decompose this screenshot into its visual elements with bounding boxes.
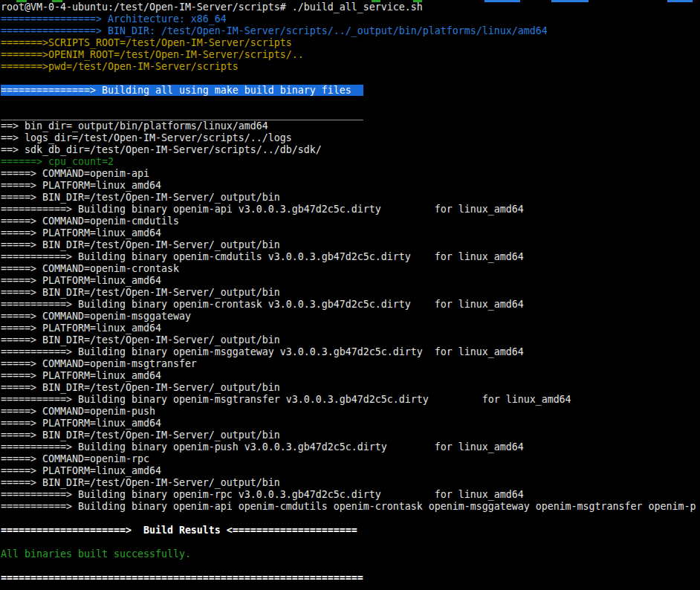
- terminal-line: =====> PLATFORM=linux_amd64: [1, 418, 700, 429]
- terminal-line: ================> Architecture: x86_64: [1, 13, 700, 25]
- terminal-line-text: ================> BIN_DIR: /test/Open-IM…: [1, 25, 548, 36]
- terminal-line: =======>pwd=/test/Open-IM-Server/scripts: [1, 61, 700, 73]
- terminal-line: ===========> Building binary openim-msgt…: [1, 394, 700, 406]
- terminal-line: ===========> Building binary openim-cron…: [1, 299, 700, 311]
- terminal-line: =====> PLATFORM=linux_amd64: [1, 465, 700, 477]
- terminal-line-text: =====> PLATFORM=linux_amd64: [1, 370, 161, 381]
- terminal-line: ===========> Building binary openim-api …: [1, 501, 700, 513]
- terminal-line: ==> bin_dir=_output/bin/platforms/linux/…: [1, 120, 700, 132]
- terminal-line: ===========> Building binary openim-api …: [1, 204, 700, 215]
- terminal-line-text: ================> Architecture: x86_64: [1, 13, 227, 25]
- terminal-line-text: All binaries built successfully.: [1, 548, 191, 560]
- terminal-line-text: =====> PLATFORM=linux_amd64: [1, 180, 161, 191]
- terminal-line-text: =====> PLATFORM=linux_amd64: [1, 465, 161, 476]
- terminal-line-text: =======>pwd=/test/Open-IM-Server/scripts: [1, 61, 239, 72]
- terminal-line-text: ==> bin_dir=_output/bin/platforms/linux/…: [1, 120, 268, 132]
- terminal-line-text: ===========> Building binary openim-rpc …: [1, 489, 524, 500]
- terminal-line-text: ===========> Building binary openim-push…: [1, 441, 524, 453]
- terminal-line: =====> COMMAND=openim-msgtransfer: [1, 358, 700, 370]
- terminal-line: =====> PLATFORM=linux_amd64: [1, 180, 700, 192]
- terminal-line: =======>OPENIM_ROOT=/test/Open-IM-Server…: [1, 49, 700, 61]
- terminal-line: =====> PLATFORM=linux_amd64: [1, 275, 700, 287]
- terminal-line-text: ===========> Building binary openim-api …: [1, 204, 524, 215]
- terminal-line: =====> PLATFORM=linux_amd64: [1, 227, 700, 239]
- terminal-line: ===========> Building binary openim-push…: [1, 441, 700, 453]
- terminal-line-text: ===========> Building binary openim-cron…: [1, 299, 524, 310]
- terminal-line-text: ========================================…: [1, 572, 363, 583]
- terminal-line-text: =======>OPENIM_ROOT=/test/Open-IM-Server…: [1, 49, 304, 60]
- terminal-line-text: =====> COMMAND=openim-msgtransfer: [1, 358, 197, 369]
- terminal-line-text: =====> COMMAND=openim-cmdutils: [1, 215, 179, 227]
- terminal-line: =====> PLATFORM=linux_amd64: [1, 370, 700, 382]
- terminal-line: =======>SCRIPTS_ROOT=/test/Open-IM-Serve…: [1, 37, 700, 49]
- terminal-line: [1, 560, 700, 572]
- terminal-line-text: =====> PLATFORM=linux_amd64: [1, 227, 161, 239]
- terminal-line: ________________________________________…: [1, 108, 700, 120]
- terminal-line-text: =====> COMMAND=openim-api: [1, 168, 149, 179]
- terminal-line-text: ===========> Building binary openim-msgt…: [1, 394, 571, 405]
- terminal-line-text: =====> COMMAND=openim-rpc: [1, 453, 149, 464]
- terminal-line: ===========> Building binary openim-rpc …: [1, 489, 700, 501]
- terminal-line-text: =====> BIN_DIR=/test/Open-IM-Server/_out…: [1, 192, 280, 203]
- terminal-line: =====> BIN_DIR=/test/Open-IM-Server/_out…: [1, 287, 700, 299]
- terminal-line-text: ==> sdk_db_dir=/test/Open-IM-Server/scri…: [1, 144, 322, 155]
- terminal-line: ==> sdk_db_dir=/test/Open-IM-Server/scri…: [1, 144, 700, 156]
- terminal-line-text: root@VM-0-4-ubuntu:/test/Open-IM-Server/…: [1, 1, 423, 13]
- terminal-line: [1, 73, 700, 85]
- terminal-line: ========================================…: [1, 572, 700, 584]
- terminal-line-text: ===========> Building binary openim-cmdu…: [1, 251, 524, 262]
- terminal-line-text: =====> BIN_DIR=/test/Open-IM-Server/_out…: [1, 429, 280, 441]
- terminal-line: ==> logs_dir=/test/Open-IM-Server/script…: [1, 132, 700, 144]
- terminal-window[interactable]: root@VM-0-4-ubuntu:/test/Open-IM-Server/…: [0, 0, 700, 590]
- terminal-line: =====> COMMAND=openim-crontask: [1, 263, 700, 275]
- terminal-line: ===============> Building all using make…: [1, 85, 700, 97]
- terminal-line-text: =====> BIN_DIR=/test/Open-IM-Server/_out…: [1, 287, 280, 298]
- terminal-line-text: ==> logs_dir=/test/Open-IM-Server/script…: [1, 132, 292, 143]
- terminal-line-text: ===========> Building binary openim-api …: [1, 501, 696, 512]
- terminal-line-text: =====> BIN_DIR=/test/Open-IM-Server/_out…: [1, 382, 280, 393]
- terminal-line: =====================> Build Results <==…: [1, 525, 700, 536]
- terminal-line-text: =====================> Build Results <==…: [1, 525, 357, 536]
- terminal-line: ================> BIN_DIR: /test/Open-IM…: [1, 25, 700, 37]
- terminal-line-text: ===============> Building all using make…: [1, 85, 363, 96]
- terminal-line: =====> BIN_DIR=/test/Open-IM-Server/_out…: [1, 334, 700, 346]
- terminal-line-text: =====> PLATFORM=linux_amd64: [1, 275, 161, 286]
- terminal-line-text: =====> COMMAND=openim-push: [1, 406, 155, 417]
- terminal-line: =====> BIN_DIR=/test/Open-IM-Server/_out…: [1, 192, 700, 204]
- terminal-line: root@VM-0-4-ubuntu:/test/Open-IM-Server/…: [1, 1, 700, 13]
- terminal-line: =====> BIN_DIR=/test/Open-IM-Server/_out…: [1, 429, 700, 441]
- terminal-line-text: ======> cpu_count=2: [1, 156, 114, 167]
- terminal-line: ===========> Building binary openim-msgg…: [1, 346, 700, 358]
- terminal-line: =====> COMMAND=openim-rpc: [1, 453, 700, 465]
- terminal-line-text: =====> PLATFORM=linux_amd64: [1, 322, 161, 334]
- terminal-line-text: ________________________________________…: [1, 108, 363, 120]
- terminal-line: =====> COMMAND=openim-cmdutils: [1, 215, 700, 227]
- terminal-line: All binaries built successfully.: [1, 548, 700, 560]
- terminal-line-text: =======>SCRIPTS_ROOT=/test/Open-IM-Serve…: [1, 37, 292, 48]
- terminal-line: [1, 536, 700, 548]
- terminal-line: ===========> Building binary openim-cmdu…: [1, 251, 700, 263]
- terminal-line-text: =====> BIN_DIR=/test/Open-IM-Server/_out…: [1, 334, 280, 346]
- terminal-line-text: =====> BIN_DIR=/test/Open-IM-Server/_out…: [1, 239, 280, 250]
- terminal-line: =====> COMMAND=openim-api: [1, 168, 700, 180]
- terminal-line: =====> PLATFORM=linux_amd64: [1, 322, 700, 334]
- terminal-line-text: =====> BIN_DIR=/test/Open-IM-Server/_out…: [1, 477, 280, 488]
- terminal-line: [1, 513, 700, 525]
- terminal-output: root@VM-0-4-ubuntu:/test/Open-IM-Server/…: [1, 1, 700, 584]
- terminal-line: ======> cpu_count=2: [1, 156, 700, 168]
- terminal-line: =====> COMMAND=openim-msggateway: [1, 311, 700, 322]
- terminal-line: =====> COMMAND=openim-push: [1, 406, 700, 418]
- terminal-line-text: =====> COMMAND=openim-msggateway: [1, 311, 191, 322]
- terminal-line: =====> BIN_DIR=/test/Open-IM-Server/_out…: [1, 477, 700, 489]
- terminal-line: =====> BIN_DIR=/test/Open-IM-Server/_out…: [1, 382, 700, 394]
- terminal-line: =====> BIN_DIR=/test/Open-IM-Server/_out…: [1, 239, 700, 251]
- terminal-line-text: =====> COMMAND=openim-crontask: [1, 263, 179, 274]
- terminal-line: [1, 97, 700, 108]
- terminal-line-text: ===========> Building binary openim-msgg…: [1, 346, 524, 357]
- terminal-line-text: =====> PLATFORM=linux_amd64: [1, 418, 161, 429]
